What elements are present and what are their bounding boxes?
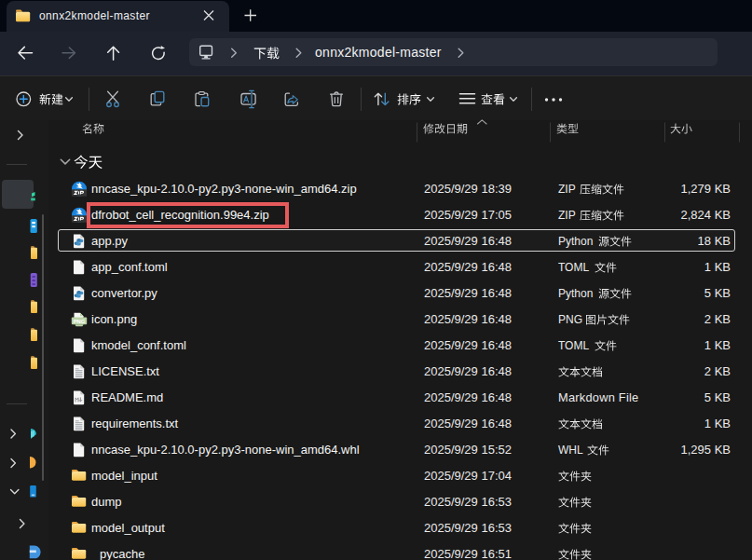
svg-text:PNG: PNG — [74, 319, 86, 324]
